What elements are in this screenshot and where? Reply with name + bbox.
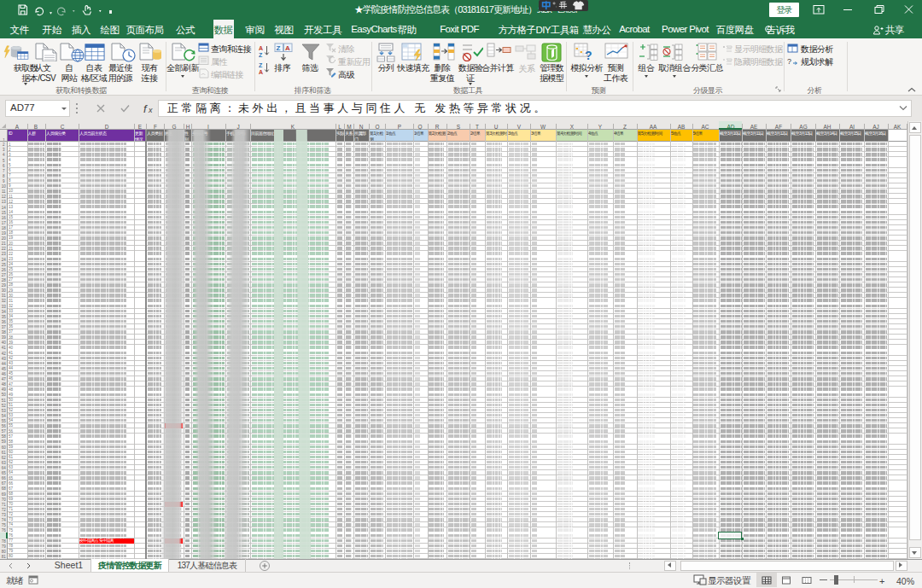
svg-text:A: A [259,45,263,51]
svg-text:?: ? [787,57,791,66]
svg-text:Z: Z [259,62,263,68]
svg-text:f: f [143,102,148,115]
svg-text:Z: Z [259,52,263,58]
svg-text:A: A [259,69,263,75]
svg-text:?: ? [585,49,592,61]
svg-text:Z: Z [277,44,281,52]
svg-text:,: , [556,3,557,8]
svg-text:x: x [148,106,153,114]
svg-text:A: A [285,44,290,52]
